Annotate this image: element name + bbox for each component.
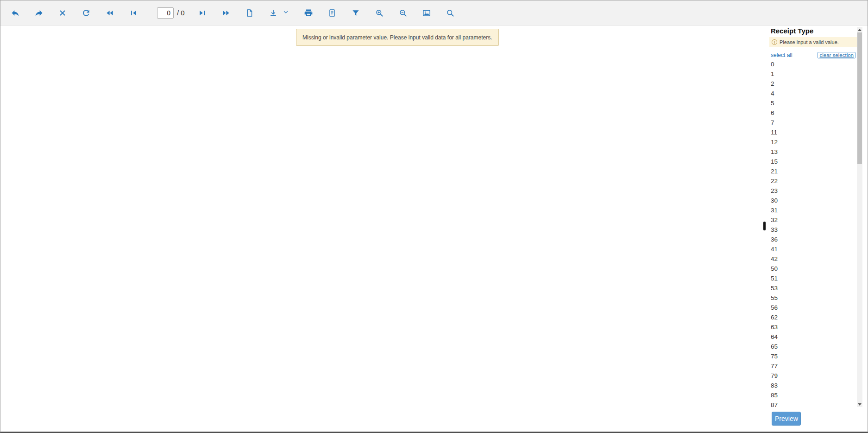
receipt-type-option[interactable]: 51 [767,274,861,283]
info-icon: ! [772,39,777,45]
receipt-type-option[interactable]: 15 [767,157,861,166]
receipt-type-option[interactable]: 13 [767,147,861,157]
receipt-type-option[interactable]: 42 [767,254,861,264]
validation-text: Please input a valid value. [780,39,839,45]
print-icon [304,8,313,18]
last-page-icon [198,8,207,18]
receipt-type-option[interactable]: 87 [767,400,861,407]
report-canvas: Missing or invalid parameter value. Plea… [0,25,767,432]
zoom-in-icon [375,8,384,18]
refresh-button[interactable] [80,7,92,19]
parameter-warning-banner: Missing or invalid parameter value. Plea… [296,29,499,46]
clear-selection-link[interactable]: clear selection [818,52,855,58]
zoom-in-button[interactable] [373,7,385,19]
download-button[interactable] [267,7,279,19]
chevron-down-icon [283,9,289,16]
parameters-panel: Receipt Type ! Please input a valid valu… [767,25,868,432]
receipt-type-option[interactable]: 75 [767,351,861,361]
receipt-type-option[interactable]: 55 [767,293,861,303]
receipt-type-option[interactable]: 11 [767,127,861,137]
receipt-type-option[interactable]: 50 [767,264,861,274]
undo-button[interactable] [9,7,21,19]
receipt-type-option[interactable]: 1 [767,69,861,79]
panel-splitter-handle[interactable] [763,222,766,230]
receipt-type-option[interactable]: 0 [767,59,861,69]
receipt-type-option[interactable]: 21 [767,166,861,176]
receipt-type-option[interactable]: 83 [767,381,861,390]
receipt-type-option[interactable]: 36 [767,235,861,244]
fast-backward-icon [105,8,114,18]
receipt-type-option[interactable]: 56 [767,303,861,312]
download-icon [269,8,278,18]
report-viewer-window: / 0 [0,0,868,433]
scrollbar-thumb[interactable] [857,32,862,164]
page-total-label: / 0 [177,9,185,17]
first-page-button[interactable] [127,7,139,19]
fast-backward-button[interactable] [104,7,116,19]
receipt-type-option[interactable]: 5 [767,98,861,108]
receipt-type-option[interactable]: 53 [767,283,861,293]
receipt-type-option[interactable]: 30 [767,196,861,205]
selection-links: select all clear selection [771,51,855,59]
receipt-type-option[interactable]: 6 [767,108,861,118]
receipt-type-option[interactable]: 31 [767,205,861,215]
receipt-type-option[interactable]: 7 [767,118,861,127]
zoom-out-icon [398,8,408,18]
receipt-type-option[interactable]: 12 [767,137,861,147]
select-all-link[interactable]: select all [771,52,793,58]
cancel-icon [58,9,67,17]
print-button[interactable] [302,7,314,19]
receipt-type-option[interactable]: 65 [767,342,861,351]
gallery-icon [422,8,431,18]
page-setup-icon [327,8,337,18]
fast-forward-icon [221,8,231,18]
receipt-type-option[interactable]: 85 [767,390,861,400]
refresh-icon [82,8,91,18]
scroll-down-arrow-icon[interactable] [857,401,862,407]
receipt-type-list: 0 1 2 4 5 6 7 11 12 13 15 21 [767,59,861,407]
receipt-type-option[interactable]: 77 [767,361,861,371]
receipt-type-option[interactable]: 79 [767,371,861,381]
preview-button[interactable]: Preview [772,412,801,426]
toolbar: / 0 [0,0,868,25]
redo-icon [34,8,44,18]
search-icon [446,8,455,18]
filter-icon [351,8,360,18]
page-number-input[interactable] [157,7,174,19]
receipt-type-option[interactable]: 2 [767,79,861,89]
receipt-type-option[interactable]: 22 [767,176,861,186]
zoom-out-button[interactable] [397,7,409,19]
parameter-validation-message: ! Please input a valid value. [769,37,860,47]
redo-button[interactable] [33,7,45,19]
undo-icon [11,8,20,18]
panel-scrollbar[interactable] [857,27,862,407]
scroll-up-arrow-icon[interactable] [857,27,862,32]
fast-forward-button[interactable] [220,7,232,19]
receipt-type-option[interactable]: 62 [767,312,861,322]
receipt-type-option[interactable]: 63 [767,322,861,332]
receipt-type-option[interactable]: 64 [767,332,861,342]
new-document-button[interactable] [244,7,256,19]
first-page-icon [129,8,138,18]
parameter-title: Receipt Type [771,27,813,35]
page-setup-button[interactable] [326,7,338,19]
new-document-icon [245,8,254,18]
search-button[interactable] [444,7,456,19]
receipt-type-option[interactable]: 33 [767,225,861,235]
download-menu-button[interactable] [282,7,289,19]
receipt-type-option[interactable]: 41 [767,244,861,254]
receipt-type-option[interactable]: 23 [767,186,861,196]
last-page-button[interactable] [196,7,208,19]
receipt-type-option[interactable]: 4 [767,89,861,98]
receipt-type-option[interactable]: 32 [767,215,861,225]
gallery-button[interactable] [421,7,433,19]
cancel-button[interactable] [57,7,69,19]
filter-button[interactable] [350,7,362,19]
